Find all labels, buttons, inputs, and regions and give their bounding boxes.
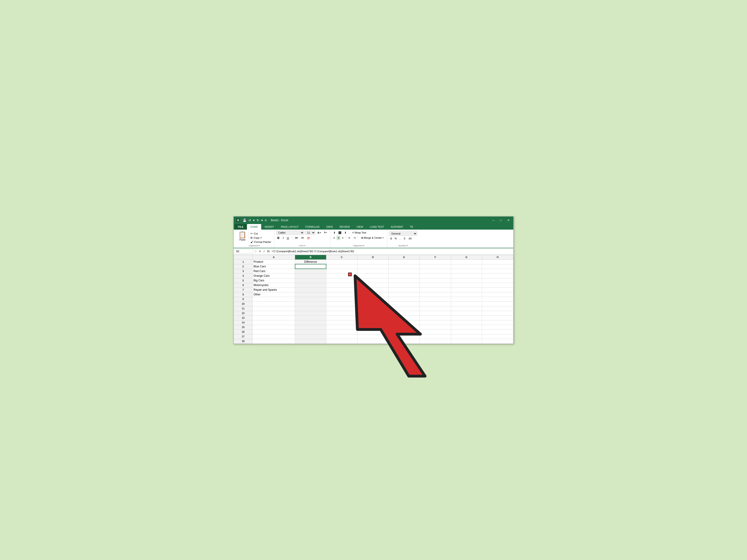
cell-a6[interactable]: Motorcycles xyxy=(253,283,295,288)
row-header-4[interactable]: 4 xyxy=(234,273,253,278)
font-family-select[interactable]: Calibri xyxy=(276,231,304,235)
cut-button[interactable]: ✂ Cut xyxy=(250,232,272,236)
cell-c12[interactable] xyxy=(326,311,357,316)
cell-a3[interactable]: Red Cars xyxy=(253,269,295,273)
copy-button[interactable]: ⧉ Copy ▾ xyxy=(250,236,272,240)
cell-c9[interactable] xyxy=(326,297,357,301)
merge-dropdown-icon[interactable]: ▾ xyxy=(383,237,384,239)
cell-h9[interactable] xyxy=(482,297,513,301)
cell-b8[interactable] xyxy=(295,292,326,297)
row-header-14[interactable]: 14 xyxy=(234,320,253,325)
cell-c1[interactable] xyxy=(326,260,357,264)
cell-d14[interactable] xyxy=(357,320,389,325)
cell-g12[interactable] xyxy=(451,311,482,316)
cell-e9[interactable] xyxy=(388,297,420,301)
cell-a17[interactable] xyxy=(253,334,295,339)
cell-f17[interactable] xyxy=(420,334,451,339)
cell-h3[interactable] xyxy=(482,269,513,273)
cell-d6[interactable] xyxy=(357,283,389,288)
cell-f1[interactable] xyxy=(420,260,451,264)
minimize-btn[interactable]: ─ xyxy=(490,218,496,222)
cell-d11[interactable] xyxy=(357,306,389,311)
fill-color-button[interactable]: A▾ xyxy=(300,236,305,240)
tab-file[interactable]: FILE xyxy=(235,224,247,230)
cell-g2[interactable] xyxy=(451,264,482,269)
cell-a5[interactable]: Big Cars xyxy=(253,278,295,283)
cell-a12[interactable] xyxy=(253,311,295,316)
cell-d4[interactable] xyxy=(357,273,389,278)
row-header-17[interactable]: 17 xyxy=(234,334,253,339)
cell-d12[interactable] xyxy=(357,311,389,316)
cell-c13[interactable] xyxy=(326,316,357,320)
cell-a15[interactable] xyxy=(253,325,295,329)
cell-c6[interactable] xyxy=(326,283,357,288)
cell-c11[interactable] xyxy=(326,306,357,311)
insert-function-icon[interactable]: fx xyxy=(267,249,270,253)
copy-dropdown-icon[interactable]: ▾ xyxy=(260,237,262,239)
tab-te[interactable]: TE xyxy=(407,224,416,230)
cell-d2[interactable] xyxy=(357,264,389,269)
cell-e6[interactable] xyxy=(388,283,420,288)
decrease-decimal-btn[interactable]: .0 xyxy=(402,237,406,240)
cell-b7[interactable] xyxy=(295,288,326,292)
cell-a10[interactable] xyxy=(253,301,295,306)
align-left-btn[interactable]: ≡ xyxy=(332,236,336,240)
cell-d1[interactable] xyxy=(357,260,389,264)
cell-d17[interactable] xyxy=(357,334,389,339)
cell-g5[interactable] xyxy=(451,278,482,283)
cell-e14[interactable] xyxy=(388,320,420,325)
cell-e12[interactable] xyxy=(388,311,420,316)
cell-f16[interactable] xyxy=(420,329,451,334)
cell-f12[interactable] xyxy=(420,311,451,316)
cell-a2[interactable]: Blue Cars xyxy=(253,264,295,269)
cell-e15[interactable] xyxy=(388,325,420,329)
increase-decimal-btn[interactable]: .00 xyxy=(407,237,413,240)
cell-b13[interactable] xyxy=(295,316,326,320)
customize-qa-btn[interactable]: ≡ xyxy=(264,218,267,222)
cell-a18[interactable] xyxy=(253,339,295,344)
font-color-button[interactable]: A▾ xyxy=(306,236,311,240)
cell-h10[interactable] xyxy=(482,301,513,306)
align-bottom-btn[interactable]: ⬇ xyxy=(343,231,347,235)
cell-f6[interactable] xyxy=(420,283,451,288)
cell-b16[interactable] xyxy=(295,329,326,334)
cell-d8[interactable] xyxy=(357,292,389,297)
tab-formulas[interactable]: FORMULAS xyxy=(302,224,323,230)
row-header-1[interactable]: 1 xyxy=(234,260,253,264)
tab-home[interactable]: HOME xyxy=(247,224,261,230)
cell-e18[interactable] xyxy=(388,339,420,344)
decrease-font-btn[interactable]: A▼ xyxy=(323,231,329,235)
italic-button[interactable]: I xyxy=(282,236,285,240)
cell-e1[interactable] xyxy=(388,260,420,264)
cell-e13[interactable] xyxy=(388,316,420,320)
cell-b14[interactable] xyxy=(295,320,326,325)
cell-f3[interactable] xyxy=(420,269,451,273)
tab-data[interactable]: DATA xyxy=(323,224,336,230)
tab-load-test[interactable]: LOAD TEST xyxy=(366,224,387,230)
name-box[interactable] xyxy=(235,249,253,254)
cell-h11[interactable] xyxy=(482,306,513,311)
cell-d10[interactable] xyxy=(357,301,389,306)
cell-h16[interactable] xyxy=(482,329,513,334)
cell-c2[interactable] xyxy=(326,264,357,269)
cell-b4[interactable] xyxy=(295,273,326,278)
cell-a9[interactable] xyxy=(253,297,295,301)
cell-h13[interactable] xyxy=(482,316,513,320)
cell-f18[interactable] xyxy=(420,339,451,344)
cell-e16[interactable] xyxy=(388,329,420,334)
cell-g1[interactable] xyxy=(451,260,482,264)
cell-a4[interactable]: Orange Cars xyxy=(253,273,295,278)
cell-d18[interactable] xyxy=(357,339,389,344)
cell-a14[interactable] xyxy=(253,320,295,325)
cell-a16[interactable] xyxy=(253,329,295,334)
cell-f2[interactable] xyxy=(420,264,451,269)
number-expand-icon[interactable]: ⧉ xyxy=(406,244,408,247)
cell-g8[interactable] xyxy=(451,292,482,297)
cell-g17[interactable] xyxy=(451,334,482,339)
cell-g6[interactable] xyxy=(451,283,482,288)
row-header-5[interactable]: 5 xyxy=(234,278,253,283)
cell-c14[interactable] xyxy=(326,320,357,325)
cell-h4[interactable] xyxy=(482,273,513,278)
formula-input[interactable] xyxy=(271,249,512,253)
cell-f11[interactable] xyxy=(420,306,451,311)
